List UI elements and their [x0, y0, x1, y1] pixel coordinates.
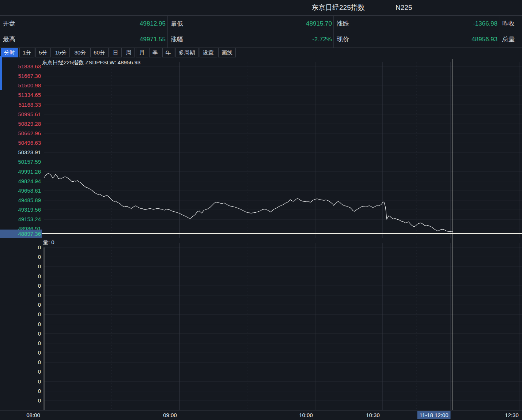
volume-title: 量: 0 [43, 239, 54, 246]
stat-cell: 最高49971.55 [0, 31, 167, 47]
crosshair-price-label: 48897.36 [0, 230, 42, 238]
period-tab[interactable]: 分时 [1, 48, 18, 57]
volume-axis-label: 0 [0, 244, 41, 251]
volume-axis-label: 0 [0, 321, 41, 328]
period-tab[interactable]: 年 [162, 48, 174, 57]
price-line [44, 173, 453, 232]
instrument-name: 东京日经225指数 [311, 0, 365, 15]
title-bar: 东京日经225指数 N225 [0, 0, 522, 16]
volume-axis-label: 0 [0, 378, 41, 385]
period-tab[interactable]: 画线 [218, 48, 236, 57]
volume-axis-label: 0 [0, 282, 41, 290]
price-axis-label: 50995.61 [0, 111, 41, 118]
volume-axis-label: 0 [0, 368, 41, 375]
stat-cell: 最低48915.70 [168, 16, 334, 31]
stat-label: 最低 [171, 16, 183, 31]
price-axis-label: 49824.94 [0, 178, 41, 185]
stat-label: 昨收 [502, 16, 515, 31]
price-axis-label: 51168.33 [0, 101, 41, 109]
price-axis-label: 50157.59 [0, 158, 41, 166]
price-axis-label: 49319.56 [0, 206, 41, 213]
stat-label: 总量 [502, 31, 515, 47]
time-axis-label: 12:30 [505, 410, 519, 420]
price-axis-label: 51833.63 [0, 63, 41, 70]
price-axis-label: 50662.96 [0, 130, 41, 137]
stat-cell: 总量 [499, 31, 522, 47]
period-tab[interactable]: 60分 [90, 48, 109, 57]
time-axis-label: 10:00 [299, 410, 313, 420]
volume-axis-label: 0 [0, 340, 41, 347]
stat-column: 昨收总量 [499, 16, 522, 48]
volume-axis-label: 0 [0, 273, 41, 280]
chart-overlay-title: 东京日经225指数 ZSDPFSLW: 48956.93 [42, 59, 140, 66]
price-axis-label: 50496.63 [0, 139, 41, 147]
stats-grid: 开盘49812.95最高49971.55最低48915.70涨幅-2.72%涨跌… [0, 16, 522, 48]
price-axis-label: 49485.89 [0, 197, 41, 204]
stat-value: -1366.98 [473, 16, 498, 31]
chart-canvas[interactable] [0, 58, 522, 410]
time-axis-label: 08:00 [26, 410, 40, 420]
volume-axis-label: 0 [0, 301, 41, 309]
stat-label: 现价 [337, 31, 349, 47]
time-axis-label: 09:00 [163, 410, 177, 420]
price-axis-label: 50829.28 [0, 120, 41, 128]
stock-app-window: 东京日经225指数 N225 开盘49812.95最高49971.55最低489… [0, 0, 522, 420]
crosshair-time-label: 11-18 12:00 [417, 411, 451, 419]
time-axis-label: 10:30 [366, 410, 380, 420]
price-axis-label: 49658.61 [0, 187, 41, 194]
volume-axis-label: 0 [0, 311, 41, 318]
stat-value: 48915.70 [306, 16, 332, 31]
chart-area[interactable]: 东京日经225指数 ZSDPFSLW: 48956.93 51833.63516… [0, 58, 522, 410]
stat-value: 49971.55 [140, 31, 166, 47]
instrument-symbol: N225 [396, 0, 412, 15]
price-axis-label: 49991.26 [0, 168, 41, 175]
period-tab-bar: 分时1分5分15分30分60分日周月季年多周期设置画线 [0, 48, 522, 58]
time-axis: 08:0009:0010:0010:3012:30 11-18 12:00 [0, 410, 522, 420]
volume-axis-label: 0 [0, 263, 41, 270]
period-tab[interactable]: 周 [123, 48, 135, 57]
volume-axis-label: 0 [0, 253, 41, 261]
stat-value: -2.72% [312, 31, 332, 47]
stat-label: 涨幅 [171, 31, 183, 47]
stat-column: 开盘49812.95最高49971.55 [0, 16, 167, 48]
stat-label: 涨跌 [337, 16, 349, 31]
volume-axis-label: 0 [0, 349, 41, 356]
stat-value: 48956.93 [472, 31, 498, 47]
stat-label: 开盘 [3, 16, 15, 31]
volume-axis-label: 0 [0, 292, 41, 299]
left-scrollbar[interactable] [0, 56, 2, 90]
period-tab[interactable]: 30分 [71, 48, 89, 57]
period-tab[interactable]: 15分 [52, 48, 70, 57]
price-axis-label: 51334.65 [0, 91, 41, 99]
period-tab[interactable]: 设置 [200, 48, 217, 57]
period-tab[interactable]: 日 [110, 48, 122, 57]
period-tab[interactable]: 季 [149, 48, 161, 57]
stat-column: 最低48915.70涨幅-2.72% [167, 16, 334, 48]
price-axis-label: 49153.24 [0, 216, 41, 223]
volume-axis-label: 0 [0, 387, 41, 395]
stat-column: 涨跌-1366.98现价48956.93 [333, 16, 499, 48]
period-tab[interactable]: 1分 [19, 48, 34, 57]
period-tab[interactable]: 5分 [35, 48, 50, 57]
stat-value: 49812.95 [140, 16, 166, 31]
volume-axis-label: 0 [0, 330, 41, 337]
stat-label: 最高 [3, 31, 15, 47]
stat-cell: 涨跌-1366.98 [334, 16, 499, 31]
price-axis-label: 51500.98 [0, 82, 41, 89]
stat-cell: 涨幅-2.72% [168, 31, 334, 47]
period-tab[interactable]: 月 [136, 48, 148, 57]
period-tab[interactable]: 多周期 [175, 48, 198, 57]
stat-cell: 昨收 [499, 16, 522, 31]
price-axis-label: 50323.91 [0, 149, 41, 156]
price-axis-label: 51667.30 [0, 72, 41, 80]
stat-cell: 现价48956.93 [334, 31, 499, 47]
volume-axis-label: 0 [0, 397, 41, 404]
stat-cell: 开盘49812.95 [0, 16, 167, 31]
volume-axis-label: 0 [0, 359, 41, 366]
